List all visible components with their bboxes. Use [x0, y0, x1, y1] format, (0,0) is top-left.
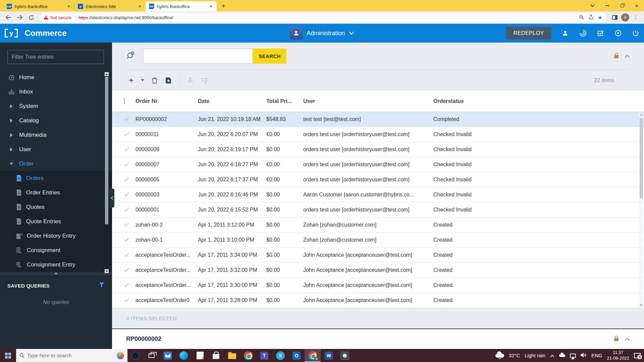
outlook-app-icon[interactable]: O	[288, 349, 305, 362]
redeploy-button[interactable]: REDEPLOY	[506, 27, 551, 40]
row-check-icon[interactable]	[124, 252, 136, 258]
table-row[interactable]: 00000011 Jun 20, 2022 6:20:07 PM €0.00 o…	[112, 127, 644, 142]
table-row[interactable]: zohan-00-1 Apr 1, 2011 3:10:00 PM $0.00 …	[112, 233, 644, 248]
sidebar-item-multimedia[interactable]: Multimedia	[0, 128, 112, 142]
filter-funnel-icon[interactable]	[99, 282, 105, 289]
row-check-icon[interactable]	[124, 222, 136, 228]
sidebar-item-consignment[interactable]: Consignment	[0, 243, 112, 257]
row-check-icon[interactable]	[124, 177, 136, 183]
share-icon[interactable]	[588, 14, 594, 21]
side-panel-icon[interactable]	[610, 12, 620, 22]
select-all-checkbox[interactable]	[124, 98, 125, 104]
collapse-panel-icon[interactable]	[625, 53, 630, 59]
lock-icon[interactable]	[613, 335, 619, 343]
add-item-button[interactable]: +	[129, 76, 133, 84]
file-explorer-icon[interactable]	[224, 349, 240, 362]
mail-app-icon[interactable]	[160, 349, 176, 362]
zoom-icon[interactable]	[579, 14, 584, 21]
store-app-icon[interactable]	[208, 349, 224, 362]
row-check-icon[interactable]	[124, 146, 136, 153]
sidebar-item-order[interactable]: Order	[0, 157, 112, 171]
word-app-icon[interactable]: W	[321, 349, 337, 362]
row-check-icon[interactable]	[124, 297, 136, 303]
action-center-icon[interactable]: 3	[634, 353, 641, 358]
column-header-order[interactable]: Order Nr.	[136, 98, 198, 104]
notes-app-icon[interactable]	[192, 349, 208, 362]
sidebar-item-home[interactable]: Home	[0, 70, 112, 84]
skype-app-icon[interactable]: S	[272, 349, 288, 362]
column-header-status[interactable]: Orderstatus	[433, 98, 644, 104]
sidebar-item-consignment-entry[interactable]: Consignment Entry	[0, 257, 112, 272]
table-row[interactable]: acceptanceTestOrder0 Apr 17, 2011 3:28:0…	[112, 293, 644, 308]
bulk-select-icon[interactable]	[201, 77, 208, 83]
restore-button[interactable]	[614, 0, 629, 11]
tasks-check-icon[interactable]	[597, 29, 604, 37]
table-row[interactable]: 00000001 Jun 20, 2022 6:15:52 PM $0.00 o…	[112, 202, 644, 218]
tab-search-icon[interactable]	[585, 0, 600, 11]
table-row[interactable]: 00000007 Jun 20, 2022 6:18:27 PM €0.00 o…	[112, 157, 644, 172]
sidebar-item-quotes[interactable]: Quotes	[0, 200, 112, 214]
delete-icon[interactable]	[152, 77, 158, 84]
export-icon[interactable]	[165, 77, 172, 84]
row-check-icon[interactable]	[124, 282, 136, 288]
back-icon[interactable]	[3, 12, 13, 22]
chrome-active-app-icon[interactable]: A	[305, 349, 321, 362]
sidebar-item-order-entries[interactable]: Order Entries	[0, 185, 112, 200]
onedrive-icon[interactable]	[559, 354, 565, 357]
processes-clock-icon[interactable]	[614, 29, 622, 37]
teams-app-icon[interactable]: T	[256, 349, 272, 362]
browser-tab-3-active[interactable]: SAP hybris Backoffice ×	[146, 1, 217, 11]
table-row[interactable]: 00000003 Jun 20, 2022 6:16:46 PM $0.00 A…	[112, 187, 644, 202]
new-tab-button[interactable]: +	[219, 1, 228, 11]
sidebar-scrollbar[interactable]	[105, 72, 109, 273]
search-highlights-icon[interactable]	[117, 352, 124, 359]
edge-app-icon[interactable]	[176, 349, 192, 362]
advanced-search-icon[interactable]	[126, 51, 135, 61]
row-check-icon[interactable]	[124, 131, 136, 137]
tray-expand-icon[interactable]	[550, 353, 554, 358]
add-dropdown-caret-icon[interactable]	[141, 79, 144, 81]
scrollbar-thumb[interactable]	[640, 118, 643, 198]
expand-panel-icon[interactable]	[625, 336, 630, 342]
close-window-button[interactable]: ×	[629, 0, 644, 11]
tab-close-icon[interactable]: ×	[137, 3, 143, 9]
user-icon[interactable]	[561, 29, 569, 37]
search-input[interactable]	[143, 49, 253, 64]
cortana-icon[interactable]	[127, 349, 144, 362]
row-check-icon[interactable]	[124, 162, 136, 168]
scroll-down-icon[interactable]	[639, 303, 643, 307]
table-row[interactable]: zohan-00-2 Apr 1, 2011 3:12:00 PM $0.00 …	[112, 218, 644, 233]
row-check-icon[interactable]	[124, 192, 136, 198]
sidebar-collapse-handle[interactable]	[110, 189, 114, 207]
address-bar[interactable]: Not secure https ://electronics.displaym…	[40, 13, 606, 22]
table-scrollbar[interactable]	[639, 113, 643, 307]
column-header-user[interactable]: User	[303, 98, 433, 104]
row-check-icon[interactable]	[124, 116, 136, 122]
tree-footer-divider[interactable]	[0, 273, 112, 275]
tab-close-icon[interactable]: ×	[208, 3, 214, 9]
browser-menu-icon[interactable]: ⋮	[631, 12, 641, 22]
tab-close-icon[interactable]: ×	[66, 3, 72, 9]
row-check-icon[interactable]	[124, 207, 136, 213]
filter-tree-input[interactable]	[7, 50, 104, 64]
sidebar-item-system[interactable]: System	[0, 99, 112, 113]
row-check-icon[interactable]	[124, 267, 136, 273]
task-view-icon[interactable]	[144, 349, 160, 362]
scrollbar-thumb[interactable]	[105, 77, 108, 224]
bookmark-star-icon[interactable]: ★	[598, 14, 602, 21]
sidebar-item-order-history-entry[interactable]: Order History Entry	[0, 229, 112, 243]
table-row[interactable]: acceptanceTestOrder... Apr 17, 2011 3:32…	[112, 263, 644, 278]
lock-icon[interactable]	[613, 52, 619, 60]
taskbar-search[interactable]	[16, 349, 127, 362]
chrome-app-icon[interactable]	[240, 349, 256, 362]
scroll-down-icon[interactable]	[105, 269, 109, 273]
table-row[interactable]: 00000005 Jun 20, 2022 6:17:37 PM €0.00 o…	[112, 172, 644, 187]
history-swirl-icon[interactable]	[579, 29, 587, 37]
browser-tab-2[interactable]: y Electronics Site ×	[74, 1, 146, 11]
column-header-total[interactable]: Total Pri...	[266, 98, 303, 104]
clock[interactable]: 11:37 21-06-2022	[607, 350, 630, 361]
browser-profile-avatar[interactable]: A	[621, 13, 629, 21]
sidebar-item-inbox[interactable]: Inbox	[0, 84, 112, 99]
forward-icon[interactable]	[15, 12, 25, 22]
sidebar-item-catalog[interactable]: Catalog	[0, 113, 112, 128]
